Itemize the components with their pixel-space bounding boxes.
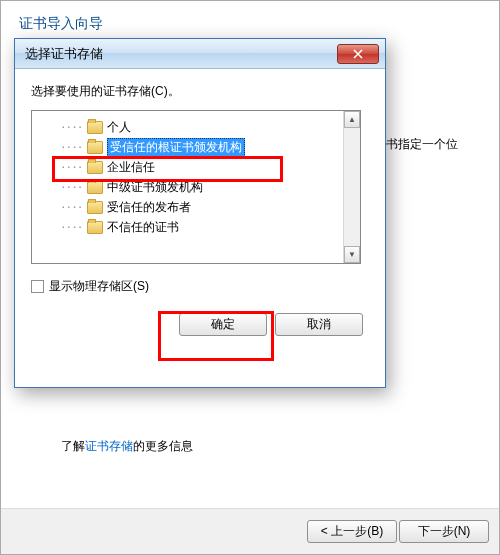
folder-icon — [87, 121, 103, 134]
folder-icon — [87, 161, 103, 174]
info-suffix: 的更多信息 — [133, 439, 193, 453]
folder-icon — [87, 221, 103, 234]
info-link[interactable]: 证书存储 — [85, 439, 133, 453]
ok-button[interactable]: 确定 — [179, 313, 267, 336]
dialog-body: 选择要使用的证书存储(C)。 ····个人····受信任的根证书颁发机构····… — [15, 69, 385, 346]
info-prefix: 了解 — [61, 439, 85, 453]
dialog-instruction: 选择要使用的证书存储(C)。 — [31, 83, 369, 100]
tree-connector: ···· — [60, 221, 83, 234]
tree-connector: ···· — [60, 201, 83, 214]
dialog-title: 选择证书存储 — [25, 45, 337, 63]
folder-icon — [87, 201, 103, 214]
tree-item-label: 中级证书颁发机构 — [107, 179, 203, 196]
select-store-dialog: 选择证书存储 选择要使用的证书存储(C)。 ····个人····受信任的根证书颁… — [14, 38, 386, 388]
scroll-track[interactable] — [344, 128, 360, 246]
scroll-up-button[interactable]: ▲ — [344, 111, 360, 128]
tree-scrollbar[interactable]: ▲ ▼ — [343, 111, 360, 263]
tree-item[interactable]: ····受信任的根证书颁发机构 — [36, 137, 339, 157]
tree-connector: ···· — [60, 181, 83, 194]
cancel-button[interactable]: 取消 — [275, 313, 363, 336]
show-physical-row: 显示物理存储区(S) — [31, 278, 369, 295]
scroll-down-button[interactable]: ▼ — [344, 246, 360, 263]
show-physical-checkbox[interactable] — [31, 280, 44, 293]
tree-item-label: 企业信任 — [107, 159, 155, 176]
tree-item-label: 不信任的证书 — [107, 219, 179, 236]
tree-item[interactable]: ····不信任的证书 — [36, 217, 339, 237]
tree-item-label: 受信任的根证书颁发机构 — [107, 138, 245, 157]
wizard-info-line: 了解证书存储的更多信息 — [61, 438, 193, 455]
tree-item[interactable]: ····个人 — [36, 117, 339, 137]
show-physical-label: 显示物理存储区(S) — [49, 278, 149, 295]
wizard-footer: < 上一步(B) 下一步(N) — [1, 508, 499, 554]
tree-list[interactable]: ····个人····受信任的根证书颁发机构····企业信任····中级证书颁发机… — [32, 111, 343, 263]
close-icon — [353, 49, 363, 59]
wizard-body-text: 书指定一个位 — [386, 136, 458, 153]
tree-connector: ···· — [60, 121, 83, 134]
wizard-title: 证书导入向导 — [1, 1, 499, 33]
folder-icon — [87, 181, 103, 194]
cert-store-tree: ····个人····受信任的根证书颁发机构····企业信任····中级证书颁发机… — [31, 110, 361, 264]
tree-item-label: 个人 — [107, 119, 131, 136]
tree-connector: ···· — [60, 141, 83, 154]
dialog-titlebar[interactable]: 选择证书存储 — [15, 39, 385, 69]
tree-item[interactable]: ····企业信任 — [36, 157, 339, 177]
dialog-buttons: 确定 取消 — [31, 313, 369, 336]
next-button[interactable]: 下一步(N) — [399, 520, 489, 543]
tree-item-label: 受信任的发布者 — [107, 199, 191, 216]
tree-item[interactable]: ····受信任的发布者 — [36, 197, 339, 217]
tree-connector: ···· — [60, 161, 83, 174]
folder-icon — [87, 141, 103, 154]
close-button[interactable] — [337, 44, 379, 64]
tree-item[interactable]: ····中级证书颁发机构 — [36, 177, 339, 197]
prev-button[interactable]: < 上一步(B) — [307, 520, 397, 543]
